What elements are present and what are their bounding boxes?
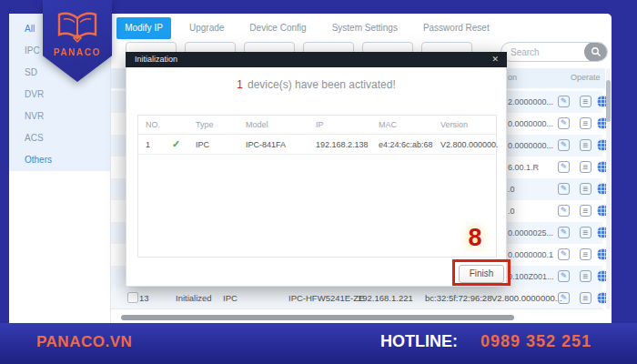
sidebar-item-nvr[interactable]: NVR (9, 106, 110, 127)
footer-hotline-number: 0989 352 251 (480, 332, 592, 351)
edit-icon[interactable]: ✎ (558, 139, 570, 151)
activated-count: 1 (237, 78, 243, 91)
col-mac: MAC (371, 120, 433, 129)
col-ip: IP (308, 120, 371, 129)
step-number-annotation: 8 (463, 224, 487, 252)
activated-device-row: 1 ✓ IPC IPC-841FA 192.168.2.138 e4:24:6c… (138, 135, 496, 155)
activated-devices-table: NO. Type Model IP MAC Version 1 ✓ IPC IP… (137, 115, 497, 258)
panaco-logo-badge: PANACO (43, 0, 112, 82)
version-cell: V2.800.0000000... (491, 293, 562, 303)
close-icon[interactable]: ✕ (491, 52, 499, 67)
col-model: Model (238, 120, 308, 129)
footer-site: PANACO.VN (36, 333, 132, 351)
open-book-icon (56, 10, 98, 43)
no-cell: 1 (138, 140, 168, 149)
footer-bar: PANACO.VN HOTLINE: 0989 352 251 (0, 323, 637, 364)
search-button[interactable] (584, 42, 608, 62)
version-cell: .0 (508, 207, 515, 216)
version-cell: 0.100Z001... (508, 272, 554, 281)
type-cell: IPC (223, 293, 238, 303)
version-cell: 0.0000000... (508, 119, 553, 128)
tab-password-reset[interactable]: Password Reset (410, 23, 502, 33)
col-type: Type (188, 120, 238, 129)
sidebar-item-dvr[interactable]: DVR (9, 84, 110, 106)
model-cell: IPC-841FA (238, 140, 308, 149)
edit-icon[interactable]: ✎ (558, 96, 570, 107)
version-cell: 0.0000025... (508, 228, 553, 238)
tab-modify-ip[interactable]: Modify IP (116, 17, 171, 39)
sidebar-item-acs[interactable]: ACS (9, 127, 110, 149)
screen: All IPC SD DVR NVR ACS Others Modify IP … (0, 0, 637, 364)
highlight-rectangle-annotation (452, 259, 511, 286)
edit-icon[interactable]: ✎ (558, 227, 570, 238)
mac-cell: bc:32:5f:72:96:28 (425, 293, 491, 303)
mac-cell: e4:24:6c:ab:68:80 (371, 140, 433, 149)
ip-cell: 192.168.1.221 (358, 293, 413, 303)
details-icon[interactable]: ≡ (580, 270, 592, 282)
tab-system-settings[interactable]: System Settings (319, 23, 410, 33)
search-box (500, 42, 608, 62)
edit-icon[interactable]: ✎ (558, 270, 570, 282)
details-icon[interactable]: ≡ (580, 248, 592, 260)
vertical-scrollbar[interactable] (606, 68, 611, 309)
details-icon[interactable]: ≡ (580, 183, 592, 195)
details-icon[interactable]: ≡ (580, 205, 592, 217)
row-checkbox[interactable] (127, 292, 138, 303)
version-cell: 0.0000000... (508, 141, 553, 150)
version-cell: 6.00.1.R (508, 163, 539, 172)
ip-cell: 192.168.2.138 (308, 140, 371, 149)
footer-hotline-label: HOTLINE: (380, 332, 458, 351)
model-cell: IPC-HFW5241E-ZE (288, 293, 364, 303)
details-icon[interactable]: ≡ (580, 161, 592, 173)
version-cell: .0 (508, 185, 515, 194)
edit-icon[interactable]: ✎ (558, 161, 570, 173)
details-icon[interactable]: ≡ (580, 117, 592, 129)
horizontal-scrollbar[interactable] (121, 315, 514, 320)
success-check-icon: ✓ (168, 138, 188, 150)
col-version: Version (433, 120, 498, 129)
details-icon[interactable]: ≡ (580, 96, 592, 107)
sidebar-item-others[interactable]: Others (9, 149, 110, 171)
status-cell: Initialized (176, 293, 212, 303)
version-cell: V2.800.000000... (433, 140, 498, 149)
version-column-header: on (508, 73, 517, 82)
operate-column-header: Operate (571, 73, 601, 82)
logo-text: PANACO (43, 47, 112, 57)
vertical-scrollbar-thumb[interactable] (606, 80, 611, 122)
version-cell: 0.0000000.1 (508, 250, 553, 259)
tab-upgrade[interactable]: Upgrade (177, 23, 237, 33)
col-no: NO. (138, 120, 168, 129)
activated-table-header: NO. Type Model IP MAC Version (138, 116, 496, 135)
initialization-dialog: Initialization ✕ 1device(s) have been ac… (126, 52, 507, 287)
search-icon (591, 46, 602, 57)
toolbar: Modify IP Upgrade Device Config System S… (111, 14, 612, 42)
activation-message: 1device(s) have been activated! (126, 78, 506, 91)
table-row[interactable]: 13 Initialized IPC IPC-HFW5241E-ZE 192.1… (111, 288, 602, 309)
edit-icon[interactable]: ✎ (558, 248, 570, 260)
tab-device-config[interactable]: Device Config (237, 23, 318, 33)
details-icon[interactable]: ≡ (580, 227, 592, 238)
search-input[interactable] (501, 47, 585, 57)
details-icon[interactable]: ≡ (580, 292, 592, 304)
no-cell: 13 (139, 293, 149, 303)
dialog-title-bar: Initialization ✕ (126, 52, 507, 67)
details-icon[interactable]: ≡ (580, 139, 592, 151)
edit-icon[interactable]: ✎ (558, 183, 570, 195)
version-cell: 2.0000000... (508, 97, 553, 106)
edit-icon[interactable]: ✎ (558, 205, 570, 217)
dialog-title: Initialization (135, 55, 177, 64)
edit-icon[interactable]: ✎ (558, 117, 570, 129)
edit-icon[interactable]: ✎ (558, 292, 570, 304)
type-cell: IPC (188, 140, 238, 149)
